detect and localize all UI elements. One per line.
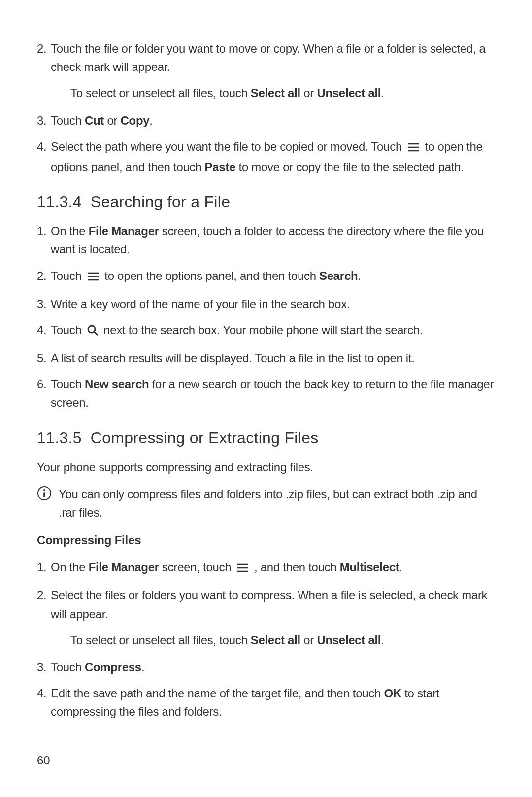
list-body: Edit the save path and the name of the t…	[51, 684, 495, 721]
list-body: Touch Cut or Copy.	[51, 111, 495, 130]
list-item: 3. Touch Compress.	[37, 658, 495, 676]
list-number: 3.	[37, 658, 51, 676]
list-item: 1. On the File Manager screen, touch , a…	[37, 558, 495, 578]
list-body: A list of search results will be display…	[51, 349, 495, 367]
list-item: 4. Touch next to the search box. Your mo…	[37, 321, 495, 341]
list-body: Touch Compress.	[51, 658, 495, 676]
note-text: You can only compress files and folders …	[59, 485, 495, 521]
list-body: On the File Manager screen, touch a fold…	[51, 222, 495, 258]
list-number: 4.	[37, 138, 51, 176]
svg-line-7	[94, 332, 98, 335]
menu-icon	[236, 560, 249, 578]
list-item: 5. A list of search results will be disp…	[37, 349, 495, 367]
list-item: 3. Write a key word of the name of your …	[37, 295, 495, 313]
list-number: 4.	[37, 321, 51, 341]
document-page: 2. Touch the file or folder you want to …	[0, 0, 532, 797]
info-icon	[37, 486, 59, 501]
page-number: 60	[37, 754, 50, 767]
list-number: 6.	[37, 375, 51, 412]
list-item: 4. Edit the save path and the name of th…	[37, 684, 495, 721]
list-item: 2. Touch the file or folder you want to …	[37, 39, 495, 76]
menu-icon	[87, 269, 100, 287]
list-number: 2.	[37, 39, 51, 76]
list-item: 1. On the File Manager screen, touch a f…	[37, 222, 495, 258]
list-number: 1.	[37, 222, 51, 258]
svg-point-6	[88, 326, 95, 333]
list-subtext: To select or unselect all files, touch S…	[70, 631, 495, 649]
svg-point-9	[43, 489, 45, 491]
list-body: Select the files or folders you want to …	[51, 586, 495, 623]
search-icon	[87, 323, 99, 341]
note-block: You can only compress files and folders …	[37, 485, 495, 521]
list-item: 3. Touch Cut or Copy.	[37, 111, 495, 130]
paragraph: Your phone supports compressing and extr…	[37, 458, 495, 476]
list-body: Touch to open the options panel, and the…	[51, 267, 495, 287]
section-heading: 11.3.4Searching for a File	[37, 193, 495, 211]
list-body: Write a key word of the name of your fil…	[51, 295, 495, 313]
subsection-heading: Compressing Files	[37, 533, 495, 547]
list-number: 4.	[37, 684, 51, 721]
list-item: 6. Touch New search for a new search or …	[37, 375, 495, 412]
list-subtext: To select or unselect all files, touch S…	[70, 84, 495, 102]
list-body: Touch the file or folder you want to mov…	[51, 39, 495, 76]
list-body: Select the path where you want the file …	[51, 138, 495, 176]
list-number: 1.	[37, 558, 51, 578]
list-body: Touch next to the search box. Your mobil…	[51, 321, 495, 341]
list-number: 5.	[37, 349, 51, 367]
list-body: On the File Manager screen, touch , and …	[51, 558, 495, 578]
list-number: 2.	[37, 586, 51, 623]
list-item: 2. Select the files or folders you want …	[37, 586, 495, 623]
list-item: 2. Touch to open the options panel, and …	[37, 267, 495, 287]
list-number: 3.	[37, 295, 51, 313]
svg-rect-10	[43, 492, 45, 497]
list-item: 4. Select the path where you want the fi…	[37, 138, 495, 176]
list-body: Touch New search for a new search or tou…	[51, 375, 495, 412]
list-number: 3.	[37, 111, 51, 130]
menu-icon	[407, 139, 420, 158]
section-heading: 11.3.5Compressing or Extracting Files	[37, 429, 495, 447]
list-number: 2.	[37, 267, 51, 287]
